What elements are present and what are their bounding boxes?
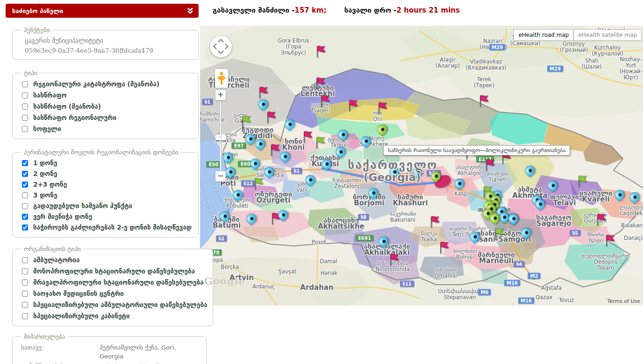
map-flag-pink[interactable] [485,159,495,171]
map-place-label: Ardanuç [252,284,275,290]
pan-left-icon[interactable] [213,43,219,49]
map-pin-blue[interactable] [627,190,641,204]
map-flag-pink[interactable] [315,77,326,90]
checkbox-row-level-5[interactable]: ვერ მიენიჭა დონე [22,211,193,222]
map-flag-green[interactable] [577,175,588,188]
map-flag-pink[interactable] [596,213,607,226]
map-pin-blue[interactable] [387,165,401,179]
checkbox-row-org-1[interactable]: მონოპროფილური სტაციონარული დაწესებულება [22,266,207,277]
map-flag-pink[interactable] [258,86,269,99]
map-pin-blue[interactable] [221,151,235,165]
checkbox-row-level-2[interactable]: 2+3 დონე [22,179,193,190]
pan-right-icon[interactable] [222,43,229,49]
checkbox-row-org-0[interactable]: ამბულატორია [22,254,207,266]
checkbox-row-level-3[interactable]: 3 დონე [22,190,193,201]
zoom-in-button[interactable]: + [215,90,226,100]
map-pin-blue[interactable] [410,165,424,179]
search-panel-header[interactable]: საძიებო პანელი [6,4,199,18]
map-flag-pink[interactable] [377,102,388,114]
map-flag-green[interactable] [241,115,251,128]
map-flag-green[interactable] [315,136,326,149]
collapse-chevrons-icon[interactable] [186,7,194,14]
checkbox-type-0[interactable] [22,81,28,87]
checkbox-type-1[interactable] [22,92,28,98]
map-pin-blue[interactable] [519,226,533,240]
map-pin-blue[interactable] [248,157,262,171]
map-pin-green[interactable] [375,123,389,137]
checkbox-row-org-5[interactable]: სპეციალიზირებული კაბინეტი [22,310,207,322]
checkbox-row-level-1[interactable]: 2 დონე [22,168,193,179]
checkbox-row-org-2[interactable]: მრავალპროფილური სტაციონარული დაწესებულებ… [22,277,207,288]
checkbox-row-type-4[interactable]: სოფელი [22,123,193,134]
zoom-slider-handle[interactable]: — [215,134,226,140]
checkbox-level-0[interactable] [22,160,28,166]
checkbox-row-level-0[interactable]: 1 დონე [22,158,193,168]
map-flag-pink[interactable] [439,241,450,254]
map-flag-pink[interactable] [605,234,615,247]
map-pin-blue[interactable] [506,212,520,226]
checkbox-level-5[interactable] [22,214,28,220]
map-pin-blue[interactable] [467,230,481,244]
map-pin-blue[interactable] [545,179,559,193]
map-flag-pink[interactable] [315,45,326,58]
pan-down-icon[interactable] [218,48,224,54]
map-pin-blue[interactable] [256,98,270,112]
map-flag-pink[interactable] [270,144,280,156]
map-flag-pink[interactable] [302,131,313,143]
checkbox-row-type-0[interactable]: რეგიონალური კატასტროფა (მეანობა) [22,78,193,90]
checkbox-row-type-1[interactable]: სასწრაფო [22,90,193,101]
map-pin-blue[interactable] [612,188,626,202]
map-pin-blue[interactable] [230,188,244,202]
map-pan-control[interactable] [210,36,232,57]
map-pin-blue[interactable] [244,212,258,226]
map-pin-blue[interactable] [262,165,276,179]
checkbox-level-1[interactable] [22,171,28,177]
map-flag-pink[interactable] [389,253,400,266]
map-flag-pink[interactable] [348,99,358,112]
street-view-pegman[interactable] [215,69,228,88]
map-flag-pink[interactable] [429,216,440,228]
checkbox-type-3[interactable] [22,115,28,121]
map-flag-green[interactable] [494,228,505,240]
map-pin-blue[interactable] [336,128,350,142]
checkbox-org-3[interactable] [22,291,28,297]
checkbox-org-5[interactable] [22,313,28,319]
map-pin-blue[interactable] [319,157,333,171]
map-pin-blue[interactable] [376,235,390,249]
checkbox-row-level-4[interactable]: გადაუდებელი სამეანო პუნქტი [22,201,193,211]
map-pin-blue[interactable] [282,118,296,132]
zoom-out-button[interactable]: − [215,171,226,182]
checkbox-type-2[interactable] [22,104,28,110]
org-type-fieldset: ორგანიზაციის ტიპი ამბულატორიამონოპროფილუ… [12,245,213,326]
checkbox-org-1[interactable] [22,268,28,274]
map-pin-blue[interactable] [366,186,380,200]
checkbox-org-0[interactable] [22,257,28,263]
map-flag-pink[interactable] [266,111,277,124]
map-pin-blue[interactable] [452,177,466,191]
map-type-satellite-button[interactable]: eHealth satelite map [573,29,642,41]
checkbox-row-level-6[interactable]: საჭიროებს გაძლიერებას 2-ე დონის მისაღწევ… [22,222,193,233]
map-pin-blue[interactable] [358,134,372,148]
checkbox-level-6[interactable] [22,224,28,231]
checkbox-level-3[interactable] [22,192,28,198]
map-pin-blue[interactable] [217,210,231,224]
map-pin-blue[interactable] [333,145,347,159]
map-type-road-button[interactable]: eHealth road map [514,29,573,41]
checkbox-org-2[interactable] [22,280,28,286]
map-flag-pink[interactable] [479,95,489,107]
checkbox-org-4[interactable] [22,302,28,308]
map-canvas[interactable]: Gora Elbrus (Гора Эльбрус)(Нальчик)Nazra… [200,26,643,306]
checkbox-row-org-4[interactable]: სპეციალიზირებული ამბულატორიული დაწესებულ… [22,299,207,310]
checkbox-row-type-3[interactable]: სასწრაფო რეგიონალური [22,112,193,123]
checkbox-level-2[interactable] [22,182,28,188]
map-flag-green[interactable] [253,177,264,190]
terms-of-use-link[interactable]: Terms of Use [607,298,640,304]
pan-up-icon[interactable] [218,39,224,45]
map-pin-blue[interactable] [303,173,317,187]
checkbox-row-type-2[interactable]: სასწრაფო (მეანობა) [22,101,193,112]
checkbox-level-4[interactable] [22,203,28,209]
map-pin-blue[interactable] [522,164,536,178]
checkbox-type-4[interactable] [22,126,28,132]
map-flag-pink[interactable] [320,95,330,107]
checkbox-row-org-3[interactable]: საოჯახო მედიცინის ცენტრი [22,288,207,299]
